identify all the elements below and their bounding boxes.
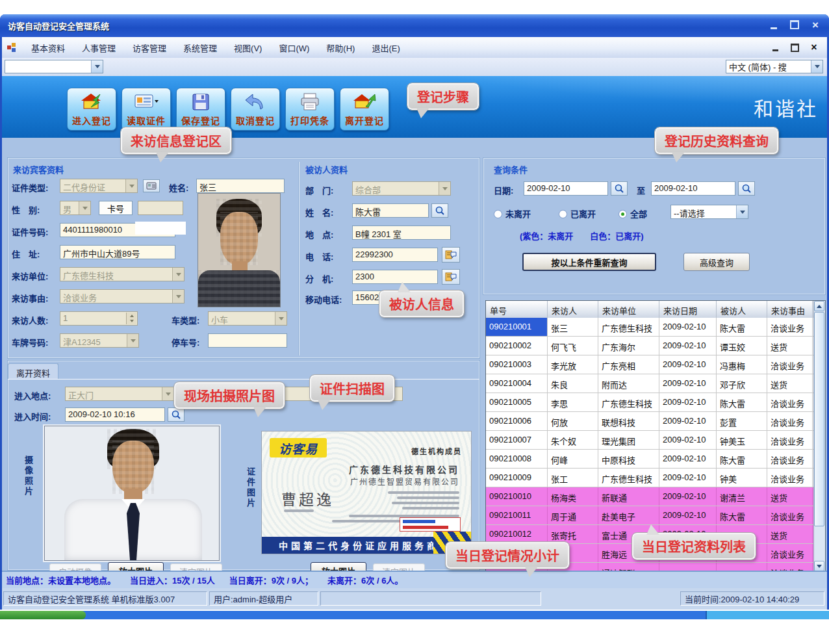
radio-not-left[interactable]: 未离开 (494, 207, 531, 220)
leave-register-button[interactable]: 离开登记 (340, 88, 389, 131)
table-column-header[interactable]: 来访人 (548, 301, 598, 318)
cell-id[interactable]: 090210011 (486, 506, 548, 524)
table-row[interactable]: 090210011 周于通 赴美电子 2009-02-10 陈大雷 洽谈业务 (486, 506, 814, 525)
table-column-header[interactable]: 来访日期 (659, 301, 717, 318)
cell-visitor[interactable]: 张三 (548, 318, 598, 336)
cell-id[interactable]: 090210006 (486, 412, 548, 430)
parking-field[interactable] (208, 333, 287, 348)
plate-combo[interactable]: 津A12345 (60, 333, 139, 348)
menu-item[interactable]: 帮助(H) (318, 38, 363, 57)
filter-combo[interactable]: --请选择 (670, 205, 748, 219)
requery-button[interactable]: 按以上条件重新查询 (522, 253, 656, 271)
radio-icon[interactable] (494, 210, 502, 218)
cell-host[interactable]: 彭置 (717, 412, 767, 430)
cell-visitor[interactable]: 何飞飞 (548, 337, 598, 355)
cell-host[interactable]: 钟美 (717, 469, 767, 487)
restore-icon[interactable] (787, 18, 802, 31)
chevron-down-icon[interactable] (811, 60, 823, 73)
cell-host[interactable]: 陈大雷 (717, 450, 767, 468)
card-reader-button[interactable] (143, 179, 160, 192)
cell-host[interactable]: 钟美玉 (717, 431, 767, 449)
advanced-query-button[interactable]: 高级查询 (683, 253, 750, 271)
enter-register-button[interactable]: 进入登记 (67, 88, 116, 131)
cell-id[interactable]: 090210001 (486, 318, 548, 336)
menu-item[interactable]: 基本资料 (23, 38, 73, 57)
enter-time-picker-button[interactable] (168, 407, 185, 422)
cell-reason[interactable]: 洽谈业务 (767, 355, 813, 374)
host-name-field[interactable]: 陈大雷 (352, 203, 429, 218)
menu-item[interactable]: 退出(E) (363, 38, 408, 57)
cell-date[interactable]: 2009-02-10 (659, 487, 717, 506)
cell-id[interactable]: 090210005 (486, 393, 548, 411)
cell-visitor[interactable]: 何放 (548, 412, 598, 430)
close-icon[interactable]: × (808, 18, 823, 31)
chevron-down-icon[interactable] (127, 334, 138, 347)
cell-date[interactable]: 2009-02-10 (659, 318, 717, 336)
ext-notify-button[interactable] (442, 269, 460, 285)
cell-date[interactable]: 2009-02-10 (659, 450, 717, 468)
table-row[interactable]: 090210005 李思 广东德生科技 2009-02-10 陈大雷 洽谈业务 (486, 393, 814, 412)
cell-visitor[interactable]: 张寄托 (548, 525, 598, 543)
cell-host[interactable]: 陈大雷 (717, 393, 767, 411)
visitor-count-field[interactable]: 1 (60, 311, 138, 326)
menu-item[interactable]: 访客管理 (124, 38, 175, 57)
cell-reason[interactable]: 洽谈业务 (767, 412, 813, 430)
visitor-name-field[interactable]: 张三 (196, 179, 285, 193)
table-row[interactable]: 090210004 朱良 附而达 2009-02-10 邓子欣 送货 (486, 374, 814, 393)
cell-id[interactable]: 090210008 (486, 450, 548, 468)
cell-host[interactable]: 陈大雷 (717, 506, 767, 524)
cell-company[interactable]: 新联通 (598, 487, 659, 506)
chevron-down-icon[interactable] (172, 268, 184, 281)
language-combo[interactable]: 中文 (简体) - 搜 (726, 60, 823, 73)
chevron-down-icon[interactable] (162, 387, 173, 400)
cell-id[interactable]: 090210009 (486, 469, 548, 487)
scroll-up-icon[interactable] (814, 301, 824, 311)
cell-reason[interactable]: 送货 (767, 525, 813, 543)
taskbar-start-fragment[interactable] (0, 611, 86, 619)
vertical-scrollbar[interactable] (813, 301, 825, 571)
radio-selected-icon[interactable] (619, 210, 627, 218)
host-search-button[interactable] (431, 203, 448, 218)
count-stepper[interactable] (126, 313, 136, 324)
table-row[interactable]: 090210010 杨海类 新联通 2009-02-10 谢清兰 送货 (486, 487, 814, 506)
scroll-thumb[interactable] (814, 312, 824, 526)
print-receipt-button[interactable]: 打印凭条 (285, 88, 335, 131)
cell-date[interactable]: 2009-02-10 (659, 374, 717, 393)
table-row[interactable]: 090210006 何放 联想科技 2009-02-10 彭置 洽谈业务 (486, 412, 814, 431)
cell-visitor[interactable]: 张工 (548, 469, 598, 487)
cell-id[interactable]: 090210004 (486, 374, 548, 393)
cell-date[interactable]: 2009-02-10 (659, 337, 717, 355)
date-to-field[interactable]: 2009-02-10 (651, 181, 735, 196)
cell-company[interactable]: 理光集团 (598, 431, 659, 449)
chevron-down-icon[interactable] (91, 60, 103, 73)
table-column-header[interactable]: 被访人 (717, 301, 767, 318)
cell-company[interactable]: 赴美电子 (598, 506, 659, 524)
vehicle-type-combo[interactable]: 小车 (208, 311, 287, 326)
table-row[interactable]: 090210007 朱个奴 理光集团 2009-02-10 钟美玉 洽谈业务 (486, 431, 814, 450)
cell-host[interactable]: 谢清兰 (717, 487, 767, 506)
gender-combo[interactable]: 男 (60, 201, 91, 215)
save-register-button[interactable]: 保存登记 (176, 88, 225, 131)
cell-host[interactable]: 陈大雷 (717, 318, 767, 336)
quick-combo[interactable] (5, 60, 103, 73)
date-from-picker-button[interactable] (611, 181, 628, 196)
cell-reason[interactable]: 送货 (767, 337, 813, 355)
cell-id[interactable]: 090210002 (486, 337, 548, 355)
dept-combo[interactable]: 综合部 (352, 181, 451, 196)
card-number-field[interactable] (138, 201, 183, 215)
cell-company[interactable]: 广东德生科技 (598, 393, 659, 411)
enter-time-field[interactable]: 2009-02-10 10:16 (65, 407, 165, 422)
cell-reason[interactable]: 洽谈业务 (767, 469, 813, 487)
table-column-header[interactable]: 来访事由 (767, 301, 813, 318)
child-restore-icon[interactable] (789, 42, 800, 53)
visit-reason-combo[interactable]: 洽谈业务 (60, 289, 185, 303)
visit-company-combo[interactable]: 广东德生科技 (60, 267, 185, 281)
menu-item[interactable]: 系统管理 (175, 38, 225, 57)
date-from-field[interactable]: 2009-02-10 (524, 181, 608, 196)
cell-date[interactable]: 2009-02-10 (659, 469, 717, 487)
cell-id[interactable]: 090210007 (486, 431, 548, 449)
enter-place-combo[interactable]: 正大门 (65, 387, 174, 401)
table-row[interactable]: 090210009 张工 广东德生科技 2009-02-10 钟美 洽谈业务 (486, 469, 814, 487)
cell-company[interactable]: 广东海尔 (598, 337, 659, 355)
radio-icon[interactable] (559, 210, 567, 218)
